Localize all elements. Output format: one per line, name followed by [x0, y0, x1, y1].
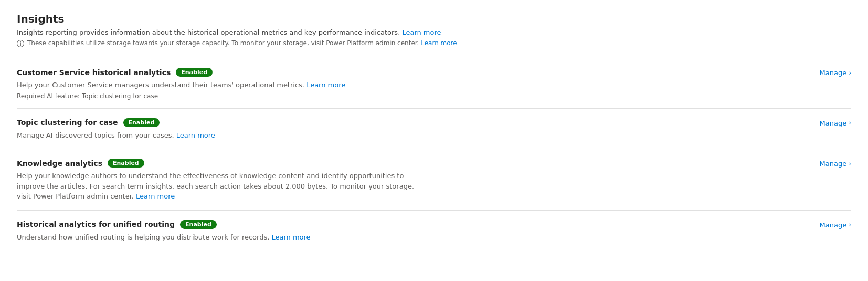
section-learn-more-link-knowledge-analytics[interactable]: Learn more: [136, 192, 175, 200]
section-desc-historical-analytics-routing: Understand how unified routing is helpin…: [17, 232, 426, 243]
section-title-knowledge-analytics: Knowledge analytics: [17, 159, 102, 168]
chevron-right-icon: ›: [849, 160, 851, 168]
manage-label-topic-clustering: Manage: [820, 119, 847, 127]
enabled-badge-topic-clustering: Enabled: [123, 118, 160, 127]
section-desc-knowledge-analytics: Help your knowledge authors to understan…: [17, 171, 426, 202]
section-learn-more-link-customer-service-historical[interactable]: Learn more: [306, 81, 345, 89]
section-content-historical-analytics-routing: Historical analytics for unified routing…: [17, 220, 426, 243]
section-topic-clustering: Topic clustering for caseEnabledManage A…: [17, 108, 851, 149]
storage-note-content: These capabilities utilize storage towar…: [27, 39, 421, 47]
section-header-historical-analytics-routing: Historical analytics for unified routing…: [17, 220, 426, 229]
section-desc-topic-clustering: Manage AI-discovered topics from your ca…: [17, 130, 426, 141]
subtitle-learn-more-link[interactable]: Learn more: [402, 28, 441, 36]
subtitle-text: Insights reporting provides information …: [17, 28, 402, 36]
section-content-customer-service-historical: Customer Service historical analyticsEna…: [17, 68, 426, 100]
section-content-topic-clustering: Topic clustering for caseEnabledManage A…: [17, 118, 426, 141]
section-title-topic-clustering: Topic clustering for case: [17, 118, 118, 127]
chevron-right-icon: ›: [849, 119, 851, 127]
storage-note: i These capabilities utilize storage tow…: [17, 39, 851, 47]
section-title-customer-service-historical: Customer Service historical analytics: [17, 68, 171, 77]
section-title-historical-analytics-routing: Historical analytics for unified routing: [17, 220, 175, 228]
section-learn-more-link-topic-clustering[interactable]: Learn more: [176, 131, 215, 139]
manage-link-historical-analytics-routing[interactable]: Manage›: [820, 220, 851, 229]
manage-link-topic-clustering[interactable]: Manage›: [820, 118, 851, 127]
enabled-badge-knowledge-analytics: Enabled: [108, 159, 144, 168]
section-learn-more-link-historical-analytics-routing[interactable]: Learn more: [271, 233, 310, 241]
manage-link-customer-service-historical[interactable]: Manage›: [820, 68, 851, 77]
storage-learn-more-link[interactable]: Learn more: [421, 39, 457, 47]
section-header-knowledge-analytics: Knowledge analyticsEnabled: [17, 159, 426, 168]
chevron-right-icon: ›: [849, 221, 851, 228]
section-note-customer-service-historical: Required AI feature: Topic clustering fo…: [17, 92, 426, 100]
enabled-badge-customer-service-historical: Enabled: [176, 68, 213, 77]
enabled-badge-historical-analytics-routing: Enabled: [180, 220, 217, 229]
sections-container: Customer Service historical analyticsEna…: [17, 58, 851, 251]
chevron-right-icon: ›: [849, 69, 851, 77]
section-desc-customer-service-historical: Help your Customer Service managers unde…: [17, 80, 426, 90]
manage-label-customer-service-historical: Manage: [820, 69, 847, 77]
page-subtitle: Insights reporting provides information …: [17, 28, 851, 36]
storage-note-text: These capabilities utilize storage towar…: [27, 39, 457, 47]
manage-label-historical-analytics-routing: Manage: [820, 221, 847, 229]
section-historical-analytics-routing: Historical analytics for unified routing…: [17, 210, 851, 251]
section-header-topic-clustering: Topic clustering for caseEnabled: [17, 118, 426, 127]
page-title: Insights: [17, 13, 851, 25]
section-header-customer-service-historical: Customer Service historical analyticsEna…: [17, 68, 426, 77]
manage-link-knowledge-analytics[interactable]: Manage›: [820, 159, 851, 168]
info-icon: i: [17, 40, 24, 47]
section-customer-service-historical: Customer Service historical analyticsEna…: [17, 58, 851, 108]
section-content-knowledge-analytics: Knowledge analyticsEnabledHelp your know…: [17, 159, 426, 202]
section-knowledge-analytics: Knowledge analyticsEnabledHelp your know…: [17, 149, 851, 210]
manage-label-knowledge-analytics: Manage: [820, 160, 847, 168]
